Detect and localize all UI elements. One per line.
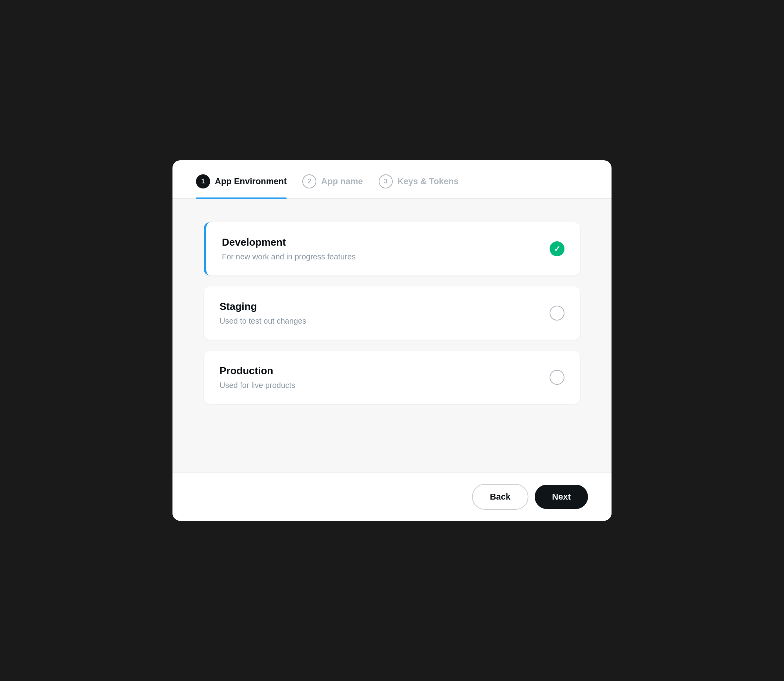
option-production-title: Production [220,365,295,377]
tabs-bar: 1 App Environment 2 App name 3 Keys & To… [172,160,612,199]
wizard-modal: 1 App Environment 2 App name 3 Keys & To… [172,160,612,521]
tab-1-number: 1 [196,174,210,188]
option-staging-title: Staging [220,301,306,313]
option-staging-desc: Used to test out changes [220,317,306,326]
option-production-desc: Used for live products [220,381,295,390]
option-development-radio [550,241,564,256]
tab-app-name[interactable]: 2 App name [302,174,363,198]
tab-app-environment[interactable]: 1 App Environment [196,174,287,198]
tab-2-label: App name [321,176,363,187]
tab-1-label: App Environment [215,176,287,187]
option-development-desc: For new work and in progress features [222,252,356,261]
next-button[interactable]: Next [535,485,588,509]
option-production-text: Production Used for live products [220,365,295,390]
option-production-radio [550,370,564,385]
option-production[interactable]: Production Used for live products [204,351,580,404]
option-staging[interactable]: Staging Used to test out changes [204,286,580,340]
option-staging-text: Staging Used to test out changes [220,301,306,326]
tab-2-number: 2 [302,174,316,188]
option-development[interactable]: Development For new work and in progress… [204,222,580,275]
tab-3-number: 3 [379,174,393,188]
tab-3-label: Keys & Tokens [397,176,459,187]
option-staging-radio [550,306,564,321]
content-area: Development For new work and in progress… [172,199,612,473]
tab-keys-tokens[interactable]: 3 Keys & Tokens [379,174,459,198]
option-development-text: Development For new work and in progress… [222,236,356,261]
back-button[interactable]: Back [472,484,529,510]
footer: Back Next [172,473,612,521]
option-development-title: Development [222,236,356,248]
